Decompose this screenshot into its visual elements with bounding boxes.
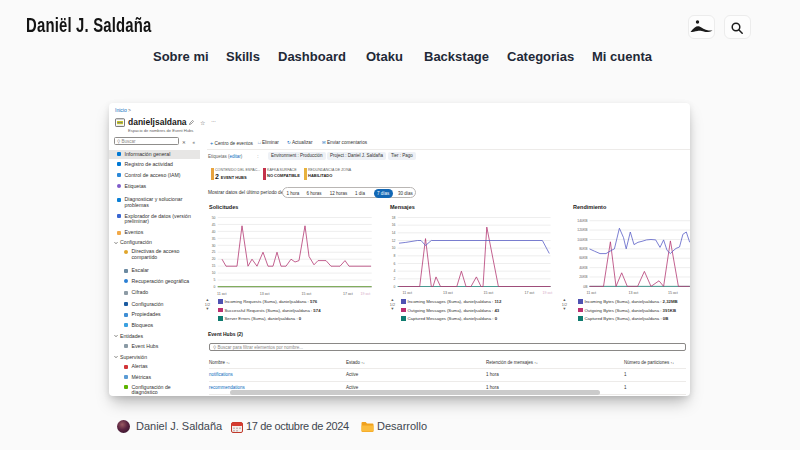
svg-text:19 oct: 19 oct bbox=[360, 292, 370, 296]
svg-text:45: 45 bbox=[212, 223, 216, 227]
svg-text:17 oct: 17 oct bbox=[525, 291, 535, 295]
svg-text:100KB: 100KB bbox=[577, 238, 588, 242]
svg-text:35: 35 bbox=[212, 237, 216, 241]
svg-text:10: 10 bbox=[392, 246, 396, 250]
svg-text:6: 6 bbox=[394, 262, 396, 266]
svg-text:80KB: 80KB bbox=[579, 247, 588, 251]
svg-text:10: 10 bbox=[212, 271, 216, 275]
svg-text:19 oct: 19 oct bbox=[543, 291, 553, 295]
svg-text:40: 40 bbox=[212, 230, 216, 234]
svg-text:40KB: 40KB bbox=[579, 266, 588, 270]
svg-text:15 oct: 15 oct bbox=[668, 291, 678, 295]
svg-text:16: 16 bbox=[392, 223, 396, 227]
svg-text:18: 18 bbox=[392, 216, 396, 220]
svg-text:13 oct: 13 oct bbox=[443, 291, 453, 295]
svg-text:120KB: 120KB bbox=[577, 228, 588, 232]
svg-text:15: 15 bbox=[212, 264, 216, 268]
svg-text:13 oct: 13 oct bbox=[629, 291, 639, 295]
svg-text:11 oct: 11 oct bbox=[217, 292, 227, 296]
svg-text:12: 12 bbox=[392, 239, 396, 243]
svg-text:15 oct: 15 oct bbox=[484, 291, 494, 295]
svg-text:20KB: 20KB bbox=[579, 275, 588, 279]
svg-text:5: 5 bbox=[214, 278, 216, 282]
svg-text:50: 50 bbox=[212, 216, 216, 220]
svg-text:30: 30 bbox=[212, 244, 216, 248]
svg-text:15 oct: 15 oct bbox=[301, 292, 311, 296]
svg-text:0: 0 bbox=[214, 285, 216, 289]
svg-text:2: 2 bbox=[394, 277, 396, 281]
svg-text:14: 14 bbox=[392, 231, 396, 235]
svg-text:25: 25 bbox=[212, 250, 216, 254]
svg-text:20: 20 bbox=[212, 257, 216, 261]
svg-text:0: 0 bbox=[394, 285, 396, 289]
svg-text:17 oct: 17 oct bbox=[343, 292, 353, 296]
svg-text:8: 8 bbox=[394, 254, 396, 258]
svg-text:0B: 0B bbox=[583, 285, 588, 289]
svg-text:11 oct: 11 oct bbox=[403, 291, 413, 295]
svg-text:140KB: 140KB bbox=[577, 219, 588, 223]
svg-text:11 oct: 11 oct bbox=[587, 291, 597, 295]
svg-text:60KB: 60KB bbox=[579, 256, 588, 260]
svg-text:4: 4 bbox=[394, 269, 396, 273]
svg-text:13 oct: 13 oct bbox=[260, 292, 270, 296]
